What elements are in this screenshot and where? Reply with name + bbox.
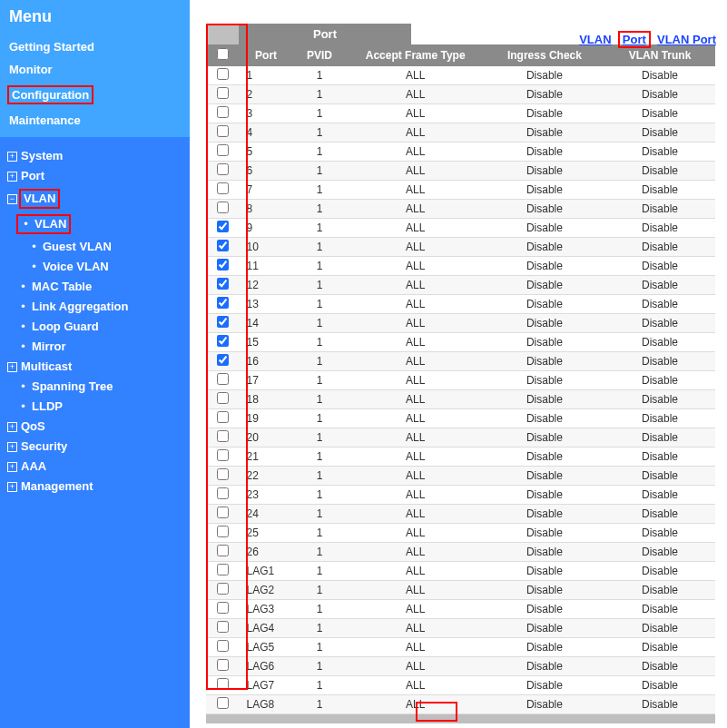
row-checkbox[interactable] xyxy=(217,221,229,232)
table-row[interactable]: 161ALLDisableDisable xyxy=(206,352,715,371)
tree-mac-table[interactable]: • MAC Table xyxy=(5,277,184,297)
table-row[interactable]: LAG81ALLDisableDisable xyxy=(206,695,715,714)
tree-aaa[interactable]: + AAA xyxy=(5,457,184,477)
cell-accept-frame-type: ALL xyxy=(346,104,484,123)
tree-loop-guard[interactable]: • Loop Guard xyxy=(5,317,184,337)
table-row[interactable]: 131ALLDisableDisable xyxy=(206,295,715,314)
table-row[interactable]: 251ALLDisableDisable xyxy=(206,524,715,543)
table-row[interactable]: LAG41ALLDisableDisable xyxy=(206,619,715,638)
row-checkbox[interactable] xyxy=(217,430,229,442)
row-checkbox[interactable] xyxy=(217,240,229,251)
table-row[interactable]: 61ALLDisableDisable xyxy=(206,162,715,181)
row-checkbox[interactable] xyxy=(217,144,229,156)
table-row[interactable]: 41ALLDisableDisable xyxy=(206,123,715,143)
row-checkbox[interactable] xyxy=(217,697,229,709)
tree-qos[interactable]: + QoS xyxy=(5,417,184,437)
table-row[interactable]: 221ALLDisableDisable xyxy=(206,467,715,486)
row-checkbox[interactable] xyxy=(217,640,229,652)
tree-vlan-sub[interactable]: •VLAN xyxy=(5,212,184,237)
table-row[interactable]: 261ALLDisableDisable xyxy=(206,543,715,562)
row-checkbox[interactable] xyxy=(217,106,229,118)
table-row[interactable]: 91ALLDisableDisable xyxy=(206,219,715,238)
subtab-port[interactable]: Port xyxy=(623,33,646,46)
row-checkbox[interactable] xyxy=(217,507,229,518)
select-all-checkbox[interactable] xyxy=(217,48,229,60)
row-checkbox[interactable] xyxy=(217,202,229,213)
table-row[interactable]: 71ALLDisableDisable xyxy=(206,181,715,200)
table-row[interactable]: 121ALLDisableDisable xyxy=(206,276,715,295)
table-row[interactable]: 101ALLDisableDisable xyxy=(206,238,715,257)
table-row[interactable]: 211ALLDisableDisable xyxy=(206,448,715,467)
row-checkbox[interactable] xyxy=(217,468,229,480)
tree-vlan[interactable]: − VLAN xyxy=(5,186,184,212)
row-checkbox[interactable] xyxy=(217,449,229,461)
table-row[interactable]: 21ALLDisableDisable xyxy=(206,85,715,104)
tree-lldp[interactable]: • LLDP xyxy=(5,397,184,417)
table-row[interactable]: 111ALLDisableDisable xyxy=(206,257,715,276)
cell-vlan-trunk: Disable xyxy=(604,143,715,162)
row-checkbox[interactable] xyxy=(217,487,229,499)
highlight-configuration: Configuration xyxy=(7,85,93,104)
row-checkbox[interactable] xyxy=(217,68,229,80)
table-row[interactable]: 11ALLDisableDisable xyxy=(206,66,715,85)
nav-monitor[interactable]: Monitor xyxy=(0,58,190,81)
tree-spanning-tree[interactable]: • Spanning Tree xyxy=(5,377,184,397)
row-checkbox[interactable] xyxy=(217,278,229,290)
tree-voice-vlan[interactable]: • Voice VLAN xyxy=(5,257,184,277)
table-row[interactable]: 231ALLDisableDisable xyxy=(206,486,715,505)
nav-getting-started[interactable]: Getting Started xyxy=(0,35,190,58)
row-checkbox[interactable] xyxy=(217,297,229,309)
tree-management[interactable]: + Management xyxy=(5,477,184,497)
tree-link-aggregation[interactable]: • Link Aggregation xyxy=(5,297,184,317)
row-checkbox[interactable] xyxy=(217,411,229,423)
tree-system[interactable]: + System xyxy=(5,146,184,166)
subtab-vlan-port[interactable]: VLAN Port xyxy=(657,33,716,46)
table-row[interactable]: 171ALLDisableDisable xyxy=(206,371,715,390)
table-row[interactable]: LAG21ALLDisableDisable xyxy=(206,581,715,600)
row-checkbox[interactable] xyxy=(217,545,229,556)
table-row[interactable]: 201ALLDisableDisable xyxy=(206,428,715,448)
table-row[interactable]: 141ALLDisableDisable xyxy=(206,314,715,333)
row-checkbox[interactable] xyxy=(217,182,229,194)
row-checkbox[interactable] xyxy=(217,373,229,385)
subtab-vlan[interactable]: VLAN xyxy=(579,33,611,46)
tree-guest-vlan[interactable]: • Guest VLAN xyxy=(5,237,184,257)
cell-accept-frame-type: ALL xyxy=(346,314,484,333)
row-checkbox[interactable] xyxy=(217,259,229,271)
cell-pvid: 1 xyxy=(293,295,347,314)
row-checkbox[interactable] xyxy=(217,659,229,671)
row-checkbox[interactable] xyxy=(217,125,229,137)
table-row[interactable]: LAG51ALLDisableDisable xyxy=(206,638,715,657)
row-checkbox[interactable] xyxy=(217,602,229,614)
row-checkbox[interactable] xyxy=(217,526,229,537)
table-row[interactable]: 191ALLDisableDisable xyxy=(206,409,715,428)
nav-configuration[interactable]: Configuration xyxy=(0,81,190,109)
table-row[interactable]: 181ALLDisableDisable xyxy=(206,390,715,409)
table-row[interactable]: 241ALLDisableDisable xyxy=(206,505,715,524)
tree-multicast[interactable]: + Multicast xyxy=(5,357,184,377)
row-checkbox[interactable] xyxy=(217,621,229,633)
row-checkbox[interactable] xyxy=(217,163,229,175)
table-row[interactable]: LAG71ALLDisableDisable xyxy=(206,676,715,695)
table-row[interactable]: 81ALLDisableDisable xyxy=(206,200,715,219)
row-checkbox[interactable] xyxy=(217,583,229,595)
tree-port[interactable]: + Port xyxy=(5,166,184,186)
table-row[interactable]: 31ALLDisableDisable xyxy=(206,104,715,123)
row-checkbox[interactable] xyxy=(217,678,229,690)
table-row[interactable]: LAG31ALLDisableDisable xyxy=(206,600,715,619)
cell-accept-frame-type: ALL xyxy=(346,143,484,162)
row-checkbox[interactable] xyxy=(217,316,229,328)
tree-security[interactable]: + Security xyxy=(5,437,184,457)
table-row[interactable]: 151ALLDisableDisable xyxy=(206,333,715,352)
table-row[interactable]: LAG11ALLDisableDisable xyxy=(206,562,715,581)
row-checkbox[interactable] xyxy=(217,335,229,347)
tree-mirror[interactable]: • Mirror xyxy=(5,337,184,357)
row-checkbox[interactable] xyxy=(217,354,229,366)
nav-maintenance[interactable]: Maintenance xyxy=(0,109,190,132)
row-checkbox[interactable] xyxy=(217,87,229,99)
table-row[interactable]: LAG61ALLDisableDisable xyxy=(206,657,715,676)
row-checkbox[interactable] xyxy=(217,564,229,576)
cell-ingress-check: Disable xyxy=(485,162,604,181)
table-row[interactable]: 51ALLDisableDisable xyxy=(206,143,715,162)
row-checkbox[interactable] xyxy=(217,392,229,404)
